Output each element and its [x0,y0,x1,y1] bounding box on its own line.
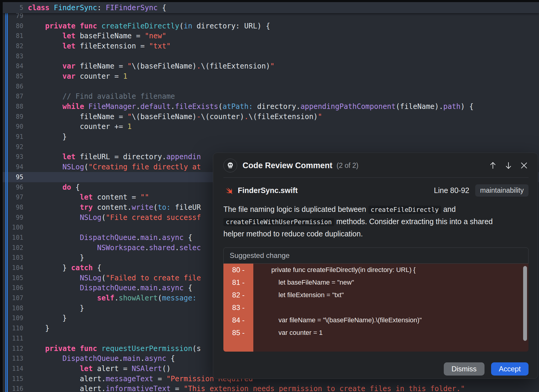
code-line[interactable]: 81 let baseFileName = "new" [3,31,539,41]
diff-row: 80 -private func createFileDirectly(in d… [223,264,529,276]
change-indicator-bars [5,13,8,392]
code-line[interactable]: 92 [3,142,539,152]
line-range: Line 80-92 [434,186,469,195]
code-line[interactable]: 116 alert.informativeText = "This extens… [3,384,539,392]
popup-header: Code Review Comment (2 of 2) [223,159,529,172]
category-badge: maintainability [475,184,529,197]
file-row: FinderSync.swift Line 80-92 maintainabil… [223,184,529,197]
diff-row [223,339,529,352]
code-line[interactable]: 82 let fileExtension = "txt" [3,41,539,51]
suggested-change-diff: 80 -private func createFileDirectly(in d… [223,264,529,352]
file-name: FinderSync.swift [238,186,298,195]
code-line[interactable]: 83 [3,51,539,61]
comment-counter: (2 of 2) [337,162,358,170]
code-line[interactable]: 89 fileName = "\(baseFileName)-\(counter… [3,112,539,122]
down-arrow-icon[interactable] [504,161,513,170]
diff-row: 81 -let baseFileName = "new" [223,276,529,289]
code-line[interactable]: 87 // Find available filename [3,92,539,102]
popup-actions: Dismiss Accept [223,362,529,376]
sticky-code-text: class FinderSync: FIFinderSync { [28,4,166,12]
sticky-line-number: 5 [3,4,23,11]
code-line[interactable]: 84 var fileName = "\(baseFileName).\(fil… [3,61,539,71]
review-comment-text: The file naming logic is duplicated betw… [223,203,529,240]
code-line[interactable]: 91 } [3,132,539,142]
up-arrow-icon[interactable] [488,161,497,170]
window-top-strip [0,0,539,2]
code-line[interactable]: 88 while FileManager.default.fileExists(… [3,101,539,112]
code-line[interactable]: 85 var counter = 1 [3,71,539,81]
code-review-popup: Code Review Comment (2 of 2) FinderSync.… [213,153,538,379]
robot-icon [223,159,237,172]
window-left-strip [0,0,3,392]
dismiss-button[interactable]: Dismiss [444,362,485,376]
diff-scrollbar-thumb[interactable] [523,266,527,341]
close-icon[interactable] [520,161,529,170]
diff-row: 82 -let fileExtension = "txt" [223,289,529,301]
code-line[interactable]: 80 private func createFileDirectly(in di… [3,21,539,31]
header-divider [223,177,529,178]
sticky-scope-header[interactable]: 5 class FinderSync: FIFinderSync { [3,2,539,13]
popup-title: Code Review Comment [243,161,332,170]
diff-row: 85 -var counter = 1 [223,326,529,339]
swift-logo-icon [223,185,234,195]
diff-row: 84 -var fileName = "\(baseFileName).\(fi… [223,314,529,326]
suggested-change-label: Suggested change [223,247,529,264]
code-editor-window: 7980 private func createFileDirectly(in … [0,0,539,392]
code-line[interactable]: 86 [3,81,539,92]
code-line[interactable]: 90 counter += 1 [3,122,539,132]
accept-button[interactable]: Accept [491,362,529,376]
diff-row: 83 - [223,301,529,314]
